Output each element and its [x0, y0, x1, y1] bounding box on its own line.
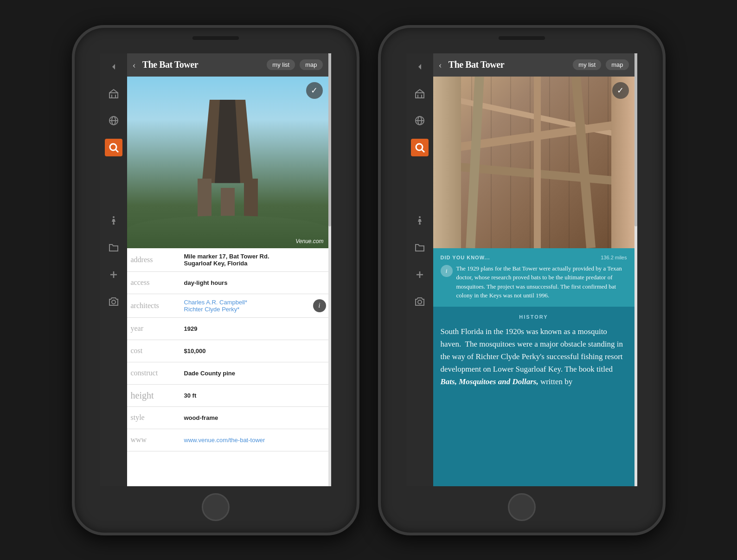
home-button-right[interactable] — [508, 493, 536, 521]
main-content-left: ‹ The Bat Tower my list map — [127, 53, 328, 486]
label-height: height — [127, 385, 180, 406]
hero-image-right: ✓ — [433, 77, 634, 248]
interior-photo — [433, 77, 634, 248]
tower-leg-left — [198, 179, 211, 220]
sidebar-folder-icon-r[interactable] — [411, 239, 429, 257]
back-arrow-icon[interactable]: ‹ — [133, 59, 136, 71]
phone-right: ‹ The Bat Tower my list map — [378, 25, 666, 535]
sidebar-search-icon-r[interactable] — [411, 139, 429, 156]
sidebar-back-icon-r[interactable] — [411, 58, 429, 76]
value-architects[interactable]: Charles A.R. Campbell* Richter Clyde Per… — [180, 294, 311, 317]
phone-left: ‹ The Bat Tower my list map — [72, 25, 359, 535]
page-title-left: The Bat Tower — [142, 59, 263, 70]
image-credit-left: Venue.com — [295, 238, 323, 245]
mylist-button-left[interactable]: my list — [267, 59, 295, 70]
hero-image-left: Venue.com ✓ — [127, 77, 328, 248]
label-cost: cost — [127, 340, 180, 362]
did-you-know-section: DID YOU KNOW... 136.2 miles i The 1929 p… — [433, 248, 634, 307]
value-construct: Dade County pine — [180, 362, 328, 384]
dyk-label: DID YOU KNOW... — [441, 255, 490, 260]
svg-point-11 — [112, 300, 115, 304]
info-btn-dyk[interactable]: i — [441, 265, 453, 277]
svg-rect-0 — [109, 93, 118, 98]
mylist-button-right[interactable]: my list — [573, 59, 601, 70]
back-arrow-icon-r[interactable]: ‹ — [439, 59, 442, 71]
value-cost: $10,000 — [180, 340, 328, 362]
sidebar-camera-icon[interactable] — [105, 293, 122, 310]
value-address: Mile marker 17, Bat Tower Rd. Sugarloaf … — [180, 248, 328, 271]
svg-point-20 — [419, 216, 421, 218]
svg-point-18 — [416, 144, 423, 150]
svg-line-19 — [422, 149, 424, 152]
value-height: 30 ft — [180, 385, 328, 406]
wall-left — [433, 77, 461, 248]
exterior-photo — [127, 77, 328, 248]
sidebar-left — [100, 53, 127, 486]
label-architects: architects — [127, 294, 180, 317]
home-button-left[interactable] — [202, 493, 230, 521]
scroll-thumb-left — [328, 53, 331, 226]
value-www[interactable]: www.venue.com/the-bat-tower — [180, 429, 328, 451]
dyk-text: The 1929 plans for the Bat Tower were ac… — [456, 264, 627, 300]
info-row-access: access day-light hours — [127, 272, 328, 294]
dyk-content: i The 1929 plans for the Bat Tower were … — [441, 264, 627, 300]
svg-rect-12 — [416, 93, 424, 98]
sidebar-plus-icon-r[interactable] — [411, 266, 429, 283]
checkmark-badge-left[interactable]: ✓ — [306, 82, 323, 99]
label-access: access — [127, 272, 180, 294]
sidebar-search-icon[interactable] — [105, 139, 122, 156]
label-www: www — [127, 429, 180, 451]
sidebar-plus-icon[interactable] — [105, 266, 122, 283]
page-title-right: The Bat Tower — [449, 59, 569, 70]
scroll-indicator-left[interactable] — [328, 53, 331, 486]
info-row-height: height 30 ft — [127, 385, 328, 407]
history-section: HISTORY South Florida in the 1920s was k… — [433, 307, 634, 486]
value-year: 1929 — [180, 318, 328, 340]
article-panel: DID YOU KNOW... 136.2 miles i The 1929 p… — [433, 248, 634, 486]
sidebar-walk-icon[interactable] — [105, 212, 122, 230]
tower-leg-right — [244, 179, 258, 220]
info-btn-architects[interactable]: i — [311, 294, 328, 317]
info-circle-icon[interactable]: i — [313, 299, 326, 312]
label-address: address — [127, 248, 180, 271]
dyk-distance: 136.2 miles — [601, 255, 627, 260]
main-content-right: ‹ The Bat Tower my list map — [433, 53, 634, 486]
info-row-cost: cost $10,000 — [127, 340, 328, 362]
beam-v3 — [534, 77, 541, 248]
info-panel-left[interactable]: address Mile marker 17, Bat Tower Rd. Su… — [127, 248, 328, 486]
history-label: HISTORY — [441, 314, 627, 320]
sidebar-globe-icon[interactable] — [105, 112, 122, 129]
info-row-construct: construct Dade County pine — [127, 362, 328, 385]
info-row-architects: architects Charles A.R. Campbell* Richte… — [127, 294, 328, 318]
svg-point-8 — [113, 216, 115, 218]
label-construct: construct — [127, 362, 180, 384]
map-button-right[interactable]: map — [606, 59, 628, 70]
header-right: ‹ The Bat Tower my list map — [433, 53, 634, 77]
sidebar-folder-icon[interactable] — [105, 239, 122, 257]
map-button-left[interactable]: map — [300, 59, 322, 70]
tower-svg — [193, 100, 263, 220]
scroll-indicator-right[interactable] — [634, 53, 637, 486]
header-left: ‹ The Bat Tower my list map — [127, 53, 328, 77]
svg-line-7 — [115, 149, 118, 152]
phone-right-screen: ‹ The Bat Tower my list map — [406, 53, 637, 486]
value-style: wood-frame — [180, 407, 328, 429]
sidebar-walk-icon-r[interactable] — [411, 212, 429, 230]
history-text: South Florida in the 1920s was known as … — [441, 325, 627, 388]
sidebar-camera-icon-r[interactable] — [411, 293, 429, 310]
sidebar-museum-icon-r[interactable] — [411, 85, 429, 103]
checkmark-badge-right[interactable]: ✓ — [612, 82, 629, 99]
info-row-address: address Mile marker 17, Bat Tower Rd. Su… — [127, 248, 328, 272]
sidebar-back-icon[interactable] — [105, 58, 122, 76]
info-row-www: www www.venue.com/the-bat-tower — [127, 429, 328, 451]
sidebar-globe-icon-r[interactable] — [411, 112, 429, 129]
info-row-style: style wood-frame — [127, 407, 328, 429]
wall-right — [611, 77, 634, 248]
screenshot-container: ‹ The Bat Tower my list map — [0, 0, 737, 560]
info-row-year: year 1929 — [127, 318, 328, 340]
phone-left-screen: ‹ The Bat Tower my list map — [100, 53, 331, 486]
sidebar-museum-icon[interactable] — [105, 85, 122, 103]
label-year: year — [127, 318, 180, 340]
sidebar-right — [406, 53, 433, 486]
dyk-header: DID YOU KNOW... 136.2 miles — [441, 255, 627, 260]
